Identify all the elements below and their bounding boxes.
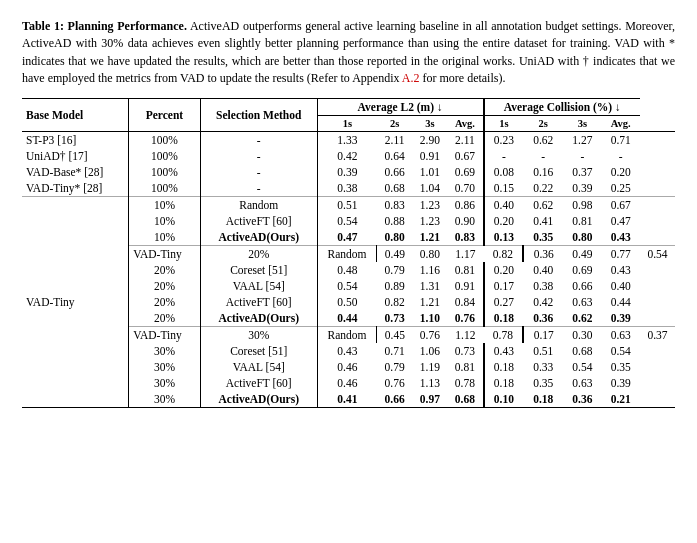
table-row: ST-P3 [16]100%-1.332.112.902.110.230.621… <box>22 131 675 148</box>
cell-collision-c2: 0.62 <box>523 131 563 148</box>
cell-l2-l3: 1.10 <box>412 310 447 327</box>
cell-collision-c2: 0.40 <box>523 262 563 278</box>
header-selection: Selection Method <box>200 98 317 131</box>
planning-performance-table: Base Model Percent Selection Method Aver… <box>22 98 675 408</box>
cell-collision-c3: 0.80 <box>563 229 601 246</box>
cell-l2-lavg: 0.81 <box>447 262 483 278</box>
cell-method: ActiveAD(Ours) <box>200 229 317 246</box>
cell-l2-lavg: 0.90 <box>447 213 483 229</box>
cell-collision-cavg: 0.67 <box>602 196 640 213</box>
cell-collision-c1: 0.17 <box>484 278 524 294</box>
cell-collision-c3: 0.37 <box>563 164 601 180</box>
cell-collision-cavg: 0.43 <box>602 262 640 278</box>
cell-percent: 30% <box>129 391 201 408</box>
table-label: Table 1: Planning Performance. <box>22 19 187 33</box>
cell-l2-l1: 0.46 <box>317 359 377 375</box>
cell-method: Random <box>317 326 377 343</box>
cell-collision-c2: 0.18 <box>523 391 563 408</box>
cell-collision-c3: 0.62 <box>563 310 601 327</box>
cell-collision-c1: 0.18 <box>484 359 524 375</box>
cell-collision-c1: 0.18 <box>484 375 524 391</box>
cell-l2-l1: 0.49 <box>377 245 413 262</box>
cell-l2-l3: 1.19 <box>412 359 447 375</box>
cell-l2-lavg: 0.81 <box>447 359 483 375</box>
cell-collision-c2: - <box>523 148 563 164</box>
subheader-3s: 3s <box>412 115 447 131</box>
cell-collision-c2: 0.62 <box>523 196 563 213</box>
cell-method: ActiveFT [60] <box>200 294 317 310</box>
table-row: VAD-Tiny10%Random0.510.831.230.860.400.6… <box>22 196 675 213</box>
cell-method: - <box>200 164 317 180</box>
cell-collision-c2: 0.35 <box>523 375 563 391</box>
cell-base-model: VAD-Base* [28] <box>22 164 129 180</box>
cell-l2-l3: 1.06 <box>412 343 447 359</box>
cell-percent: 100% <box>129 164 201 180</box>
cell-l2-l2: 0.79 <box>377 262 413 278</box>
cell-l2-l1: 0.38 <box>317 180 377 197</box>
cell-l2-l3: 1.21 <box>412 294 447 310</box>
subheader-c3s: 3s <box>563 115 601 131</box>
cell-collision-c1: 0.15 <box>484 180 524 197</box>
cell-method: - <box>200 131 317 148</box>
cell-collision-cavg: 0.25 <box>602 180 640 197</box>
cell-l2-lavg: 0.76 <box>447 310 483 327</box>
cell-l2-l2: 0.79 <box>377 359 413 375</box>
cell-percent: 20% <box>129 294 201 310</box>
cell-l2-l1: 0.51 <box>317 196 377 213</box>
cell-collision-c2: 0.49 <box>563 245 601 262</box>
cell-collision-c1: 0.23 <box>484 131 524 148</box>
cell-l2-lavg: 0.67 <box>447 148 483 164</box>
cell-percent: 20% <box>129 262 201 278</box>
cell-collision-cavg: 0.47 <box>602 213 640 229</box>
appendix-link[interactable]: A.2 <box>402 71 420 85</box>
cell-l2-l3: 1.01 <box>412 164 447 180</box>
subheader-cavg: Avg. <box>602 115 640 131</box>
cell-collision-c3: 0.39 <box>563 180 601 197</box>
cell-collision-c2: 0.16 <box>523 164 563 180</box>
cell-collision-c3: 0.69 <box>563 262 601 278</box>
cell-collision-c3: - <box>563 148 601 164</box>
cell-l2-lavg: 0.78 <box>447 375 483 391</box>
cell-collision-c1: 0.18 <box>484 310 524 327</box>
cell-collision-cavg: 0.54 <box>602 343 640 359</box>
header-avg-l2: Average L2 (m) ↓ <box>317 98 483 115</box>
cell-collision-c3: 0.54 <box>563 359 601 375</box>
cell-l2-l2: 0.64 <box>377 148 413 164</box>
table-caption: Table 1: Planning Performance. ActiveAD … <box>22 18 675 88</box>
cell-percent: 10% <box>129 229 201 246</box>
cell-l2-l1: 0.44 <box>317 310 377 327</box>
cell-l2-l1: 0.54 <box>317 213 377 229</box>
cell-collision-cavg: 0.43 <box>602 229 640 246</box>
cell-method: - <box>200 148 317 164</box>
cell-collision-c3: 0.77 <box>602 245 640 262</box>
cell-percent: 100% <box>129 131 201 148</box>
cell-collision-cavg: 0.71 <box>602 131 640 148</box>
cell-l2-l2: 0.83 <box>377 196 413 213</box>
cell-l2-lavg: 0.78 <box>484 326 524 343</box>
cell-percent: 30% <box>129 359 201 375</box>
cell-collision-c3: 0.66 <box>563 278 601 294</box>
table-header-row: Base Model Percent Selection Method Aver… <box>22 98 675 115</box>
subheader-1s: 1s <box>317 115 377 131</box>
cell-l2-l1: 0.41 <box>317 391 377 408</box>
cell-percent: 100% <box>129 180 201 197</box>
cell-l2-l2: 0.88 <box>377 213 413 229</box>
cell-l2-lavg: 0.86 <box>447 196 483 213</box>
cell-collision-c2: 0.36 <box>523 310 563 327</box>
subheader-avg: Avg. <box>447 115 483 131</box>
table-row: VAD-Tiny* [28]100%-0.380.681.040.700.150… <box>22 180 675 197</box>
cell-l2-l2: 0.71 <box>377 343 413 359</box>
cell-collision-c2: 0.51 <box>523 343 563 359</box>
cell-l2-l2: 0.76 <box>377 375 413 391</box>
cell-collision-cavg: 0.39 <box>602 310 640 327</box>
header-percent: Percent <box>129 98 201 131</box>
cell-collision-c1: 0.36 <box>523 245 563 262</box>
cell-collision-c3: 0.63 <box>602 326 640 343</box>
cell-l2-lavg: 0.70 <box>447 180 483 197</box>
cell-collision-c2: 0.33 <box>523 359 563 375</box>
cell-l2-l1: 0.48 <box>317 262 377 278</box>
cell-l2-l1: 0.45 <box>377 326 413 343</box>
cell-collision-c2: 0.30 <box>563 326 601 343</box>
cell-l2-l3: 1.23 <box>412 196 447 213</box>
cell-collision-c1: 0.40 <box>484 196 524 213</box>
